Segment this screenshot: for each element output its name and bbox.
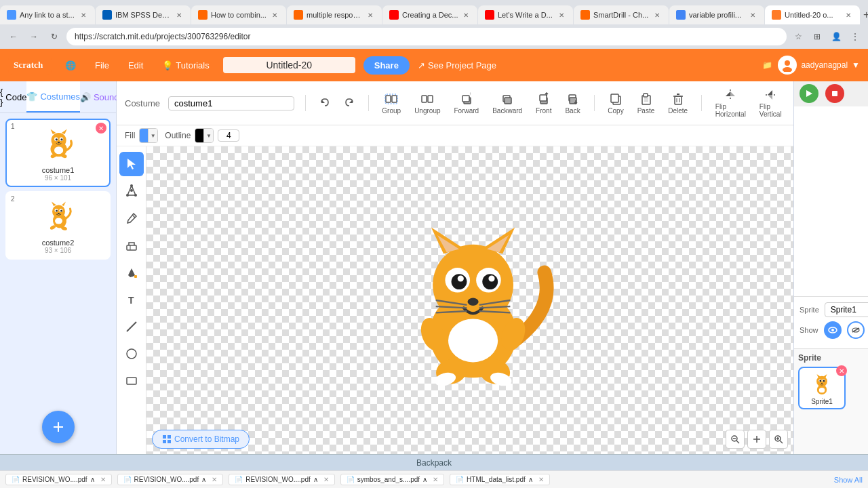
flip-vertical-button[interactable]: Flip Vertical — [757, 87, 785, 119]
forward-button[interactable]: → — [26, 28, 42, 45]
tab-close-1[interactable]: ✕ — [79, 10, 88, 20]
front-button[interactable]: Front — [533, 91, 554, 116]
share-button[interactable]: Share — [363, 56, 410, 75]
zoom-reset-button[interactable] — [747, 430, 766, 449]
tab-close-7[interactable]: ✕ — [652, 10, 662, 20]
download-item-2[interactable]: 📄 REVISION_WO....pdf ∧ ✕ — [117, 474, 224, 485]
browser-tab-5[interactable]: Creating a Dec... ✕ — [382, 5, 477, 24]
zoom-in-button[interactable] — [769, 430, 788, 449]
show-visible-button[interactable] — [824, 321, 842, 339]
delete-button[interactable]: Delete — [665, 91, 690, 116]
download-item-5[interactable]: 📄 HTML_data_list.pdf ∧ ✕ — [450, 474, 550, 485]
reshape-tool[interactable] — [119, 179, 144, 203]
download-close-3[interactable]: ✕ — [323, 476, 329, 483]
browser-tab-1[interactable]: Any link to a st... ✕ — [0, 5, 95, 24]
green-flag-button[interactable] — [800, 84, 818, 103]
browser-tab-active[interactable]: Untitled-20 o... ✕ — [765, 5, 860, 24]
globe-button[interactable]: 🌐 — [60, 58, 81, 73]
erase-tool[interactable] — [119, 233, 144, 258]
tab-close-2[interactable]: ✕ — [174, 10, 184, 20]
download-close-4[interactable]: ✕ — [433, 476, 438, 483]
download-item-3[interactable]: 📄 REVISION_WO....pdf ∧ ✕ — [229, 474, 335, 485]
tab-close-3[interactable]: ✕ — [270, 10, 279, 20]
browser-tab-7[interactable]: SmartDrill - Ch... ✕ — [574, 5, 669, 24]
backpack-bar[interactable]: Backpack — [0, 454, 868, 470]
stop-button[interactable] — [825, 84, 844, 103]
costume-delete-1[interactable]: ✕ — [96, 123, 106, 134]
menu-icon[interactable]: ⋮ — [848, 29, 863, 44]
sprite-card-1[interactable]: ✕ — [798, 367, 846, 409]
paste-button[interactable]: Paste — [635, 91, 658, 116]
zoom-out-button[interactable] — [726, 430, 745, 449]
tab-close-active[interactable]: ✕ — [844, 10, 853, 20]
scratch-logo[interactable]: Scratch — [8, 56, 52, 75]
download-close-2[interactable]: ✕ — [212, 476, 217, 483]
forward-button[interactable]: ↑ Forward — [452, 91, 482, 116]
fill-color-picker[interactable]: ▼ — [139, 128, 158, 143]
new-tab-button[interactable]: + — [863, 5, 868, 24]
file-menu-button[interactable]: File — [90, 58, 115, 73]
bookmark-icon[interactable]: ☆ — [791, 29, 806, 44]
tab-label-7: SmartDrill - Ch... — [593, 11, 650, 19]
tab-code[interactable]: { } Code — [0, 81, 26, 113]
erase-icon — [125, 239, 138, 252]
browser-tab-4[interactable]: multiple respon... ✕ — [287, 5, 382, 24]
show-hidden-button[interactable] — [847, 321, 865, 339]
copy-button[interactable]: Copy — [605, 91, 626, 116]
circle-tool[interactable] — [119, 342, 144, 366]
costume-name-input[interactable] — [168, 96, 294, 110]
outline-color-picker[interactable]: ▼ — [195, 128, 214, 143]
tab-close-6[interactable]: ✕ — [557, 10, 566, 20]
show-all-button[interactable]: Show All — [834, 476, 863, 484]
costume-item-2[interactable]: 2 — [5, 191, 111, 260]
flip-horizontal-button[interactable]: Flip Horizontal — [713, 87, 749, 119]
downloads-bar: 📄 REVISION_WO....pdf ∧ ✕ 📄 REVISION_WO..… — [0, 470, 868, 488]
tab-close-4[interactable]: ✕ — [366, 10, 375, 20]
see-project-button[interactable]: ↗ See Project Page — [418, 60, 496, 70]
line-tool[interactable] — [119, 314, 144, 339]
fill-tool[interactable] — [119, 260, 144, 285]
redo-button[interactable] — [341, 96, 357, 110]
text-tool[interactable]: T — [119, 287, 144, 312]
extension-icon[interactable]: ⊞ — [810, 29, 825, 44]
costume-item-1[interactable]: 1 ✕ — [5, 119, 111, 187]
group-button[interactable]: Group — [379, 91, 403, 116]
edit-menu-button[interactable]: Edit — [123, 58, 149, 73]
svg-point-88 — [458, 275, 464, 281]
browser-tab-3[interactable]: How to combin... ✕ — [191, 5, 286, 24]
back-button[interactable]: Back — [562, 91, 583, 116]
refresh-button[interactable]: ↻ — [46, 28, 62, 45]
sprite-label: Sprite — [800, 306, 819, 314]
download-item-1[interactable]: 📄 REVISION_WO....pdf ∧ ✕ — [5, 474, 112, 485]
tab-close-5[interactable]: ✕ — [461, 10, 471, 20]
user-menu-button[interactable]: aadyanagpal ▼ — [778, 56, 860, 75]
folder-icon[interactable]: 📁 — [762, 60, 772, 70]
profile-icon[interactable]: 👤 — [829, 29, 844, 44]
pencil-tool[interactable] — [119, 206, 144, 230]
convert-to-bitmap-button[interactable]: Convert to Bitmap — [152, 430, 250, 449]
rect-tool[interactable] — [119, 369, 144, 393]
browser-tab-8[interactable]: variable profili... ✕ — [669, 5, 764, 24]
svg-point-23 — [58, 213, 60, 214]
outline-size-input[interactable] — [218, 129, 239, 142]
canvas-background[interactable] — [146, 146, 793, 454]
download-item-4[interactable]: 📄 symbos_and_s....pdf ∧ ✕ — [340, 474, 444, 485]
download-close-1[interactable]: ✕ — [100, 476, 106, 483]
project-name-input[interactable] — [223, 57, 355, 73]
back-button[interactable]: ← — [5, 28, 22, 45]
sprite-name-input[interactable] — [825, 302, 868, 317]
sprite-card-delete[interactable]: ✕ — [836, 365, 847, 376]
url-bar[interactable]: https://scratch.mit.edu/projects/3007632… — [66, 28, 787, 45]
select-tool[interactable] — [119, 152, 144, 176]
browser-tab-6[interactable]: Let's Write a D... ✕ — [478, 5, 573, 24]
tab-costumes[interactable]: 👕 Costumes — [26, 81, 80, 113]
add-costume-button[interactable] — [42, 411, 75, 443]
download-close-5[interactable]: ✕ — [538, 476, 544, 483]
tutorials-button[interactable]: 💡 Tutorials — [157, 58, 214, 73]
undo-button[interactable] — [317, 96, 333, 110]
browser-tab-2[interactable]: IBM SPSS Dec... ✕ — [96, 5, 191, 24]
backward-button[interactable]: ↓ Backward — [490, 91, 525, 116]
ungroup-button[interactable]: Ungroup — [412, 91, 443, 116]
tab-close-8[interactable]: ✕ — [748, 10, 757, 20]
svg-line-74 — [127, 322, 136, 331]
